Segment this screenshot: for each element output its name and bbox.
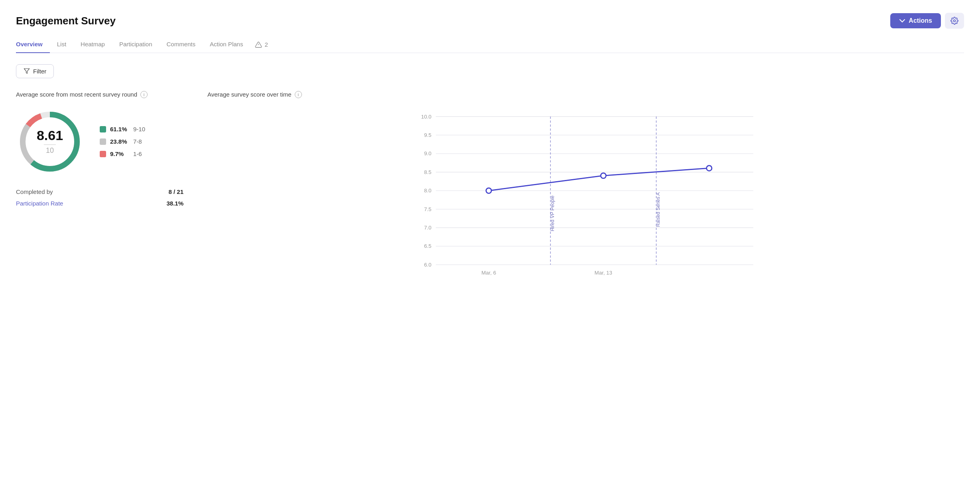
- stats-row: Completed by 8 / 21 Participation Rate 3…: [16, 188, 183, 207]
- legend: 61.1% 9-10 23.8% 7-8 9.7% 1-6: [100, 126, 145, 157]
- svg-text:9.0: 9.0: [424, 150, 431, 156]
- legend-range-red: 1-6: [133, 150, 142, 157]
- data-point-3: [706, 165, 712, 170]
- legend-pct-red: 9.7%: [110, 150, 129, 157]
- page-title: Engagement Survey: [16, 15, 116, 27]
- tabs-row: Overview List Heatmap Participation Comm…: [16, 37, 964, 53]
- tab-action-plans[interactable]: Action Plans: [203, 37, 250, 53]
- legend-item-green: 61.1% 9-10: [100, 126, 145, 132]
- legend-item-gray: 23.8% 7-8: [100, 138, 145, 145]
- legend-dot-green: [100, 126, 106, 132]
- chevron-down-icon: [899, 18, 905, 24]
- svg-text:6.5: 6.5: [424, 243, 431, 249]
- svg-text:8.5: 8.5: [424, 169, 431, 175]
- left-info-icon[interactable]: i: [140, 91, 148, 98]
- svg-text:9.5: 9.5: [424, 132, 431, 138]
- svg-text:Hired VP People: Hired VP People: [550, 195, 555, 231]
- line-chart: 10.0 9.5 9.0 8.5 8.0 7.5 7.0 6.5 6.0: [207, 108, 964, 275]
- actions-button[interactable]: Actions: [890, 13, 941, 28]
- filter-button[interactable]: Filter: [16, 64, 54, 78]
- stat-completed: Completed by 8 / 21: [16, 188, 183, 195]
- donut-chart: 8.61 10: [16, 108, 84, 176]
- participation-value: 38.1%: [166, 200, 183, 207]
- score-area: 8.61 10 61.1% 9-10 23.8% 7-8: [16, 108, 183, 176]
- legend-range-gray: 7-8: [133, 138, 142, 145]
- svg-text:Mar, 6: Mar, 6: [481, 269, 496, 275]
- completed-label: Completed by: [16, 188, 53, 195]
- svg-text:7.5: 7.5: [424, 206, 431, 212]
- tab-alert[interactable]: 2: [250, 37, 272, 53]
- main-content: Average score from most recent survey ro…: [16, 91, 964, 275]
- tab-participation[interactable]: Participation: [112, 37, 160, 53]
- svg-text:Mar, 13: Mar, 13: [595, 269, 612, 275]
- svg-point-0: [954, 20, 956, 22]
- legend-pct-green: 61.1%: [110, 126, 129, 132]
- alert-triangle-icon: [255, 41, 262, 48]
- right-info-icon[interactable]: i: [295, 91, 302, 98]
- right-panel: Average survey score over time i 10.: [207, 91, 964, 275]
- legend-item-red: 9.7% 1-6: [100, 150, 145, 157]
- donut-score: 8.61: [37, 128, 63, 143]
- gear-icon: [950, 17, 958, 25]
- header-actions: Actions: [890, 13, 964, 29]
- donut-center: 8.61 10: [37, 128, 63, 155]
- participation-link[interactable]: Participation Rate: [16, 200, 63, 207]
- legend-pct-gray: 23.8%: [110, 138, 129, 145]
- tab-overview[interactable]: Overview: [16, 37, 50, 53]
- right-section-title: Average survey score over time i: [207, 91, 964, 98]
- tab-heatmap[interactable]: Heatmap: [73, 37, 112, 53]
- tab-list[interactable]: List: [50, 37, 73, 53]
- legend-range-green: 9-10: [133, 126, 145, 132]
- svg-text:8.0: 8.0: [424, 188, 431, 194]
- settings-button[interactable]: [945, 13, 964, 29]
- alert-count: 2: [264, 41, 268, 48]
- legend-dot-red: [100, 151, 106, 157]
- donut-divider: [44, 144, 56, 145]
- completed-value: 8 / 21: [168, 188, 183, 195]
- filter-row: Filter: [16, 64, 964, 78]
- filter-icon: [24, 68, 30, 74]
- left-section-title: Average score from most recent survey ro…: [16, 91, 183, 98]
- data-point-1: [486, 188, 491, 193]
- left-panel: Average score from most recent survey ro…: [16, 91, 183, 275]
- svg-text:10.0: 10.0: [421, 113, 432, 119]
- svg-text:7.0: 7.0: [424, 225, 431, 231]
- stat-participation: Participation Rate 38.1%: [16, 200, 183, 207]
- chart-wrapper: 10.0 9.5 9.0 8.5 8.0 7.5 7.0 6.5 6.0: [207, 108, 964, 275]
- tab-comments[interactable]: Comments: [159, 37, 203, 53]
- legend-dot-gray: [100, 138, 106, 145]
- donut-max: 10: [37, 146, 63, 155]
- svg-text:6.0: 6.0: [424, 261, 431, 267]
- svg-text:Raised Series A: Raised Series A: [655, 192, 661, 227]
- svg-marker-3: [24, 69, 29, 73]
- data-point-2: [601, 173, 606, 178]
